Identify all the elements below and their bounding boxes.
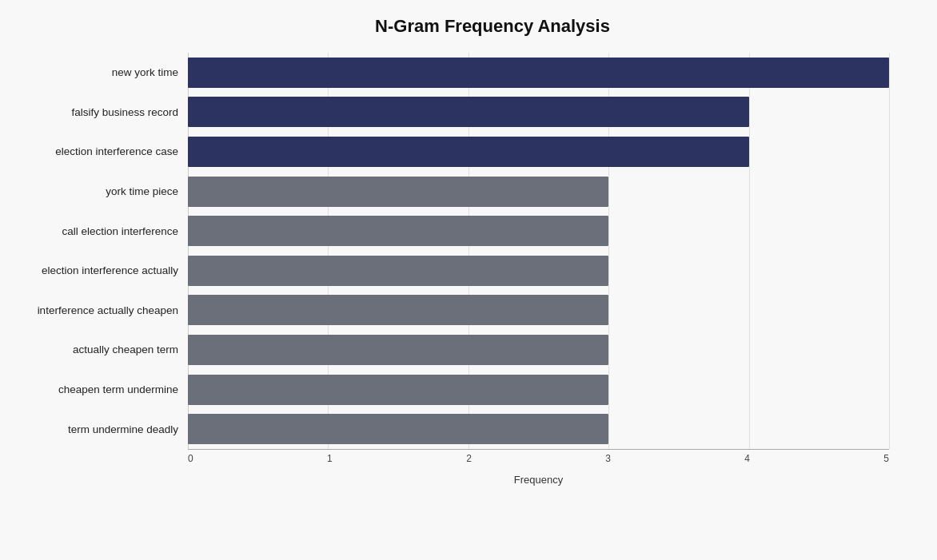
bar-row: call election interference bbox=[188, 211, 889, 251]
bar-row: actually cheapen term bbox=[188, 330, 889, 370]
bar-label: cheapen term undermine bbox=[16, 383, 188, 395]
x-axis: 012345Frequency bbox=[188, 449, 889, 489]
bar bbox=[188, 256, 608, 286]
bar-label: actually cheapen term bbox=[16, 344, 188, 355]
bar-label: york time piece bbox=[16, 185, 188, 197]
bar-label: falsify business record bbox=[16, 106, 188, 118]
bar bbox=[188, 177, 608, 207]
bar-row: interference actually cheapen bbox=[188, 291, 889, 331]
bar bbox=[188, 375, 608, 405]
bar-label: call election interference bbox=[16, 225, 188, 237]
bar-label: interference actually cheapen bbox=[16, 304, 188, 316]
bar-row: york time piece bbox=[188, 172, 889, 212]
bar-row: new york time bbox=[188, 53, 889, 93]
bar-row: term undermine deadly bbox=[188, 409, 889, 449]
bar-label: election interference case bbox=[16, 145, 188, 157]
bar bbox=[188, 335, 608, 365]
bar-label: term undermine deadly bbox=[16, 423, 188, 435]
bar bbox=[188, 414, 608, 444]
bar-label: election interference actually bbox=[16, 264, 188, 276]
bar bbox=[188, 295, 608, 325]
chart-container: N-Gram Frequency Analysis new york timef… bbox=[0, 0, 937, 560]
bar-row: cheapen term undermine bbox=[188, 370, 889, 410]
bar-row: falsify business record bbox=[188, 93, 889, 133]
bar bbox=[188, 216, 608, 246]
bar bbox=[188, 137, 749, 167]
bar-label: new york time bbox=[16, 66, 188, 78]
plot-area: new york timefalsify business recordelec… bbox=[188, 53, 889, 449]
chart-title: N-Gram Frequency Analysis bbox=[16, 16, 905, 37]
bar-row: election interference case bbox=[188, 132, 889, 172]
bar-row: election interference actually bbox=[188, 251, 889, 291]
bar bbox=[188, 58, 889, 88]
bar bbox=[188, 97, 749, 127]
